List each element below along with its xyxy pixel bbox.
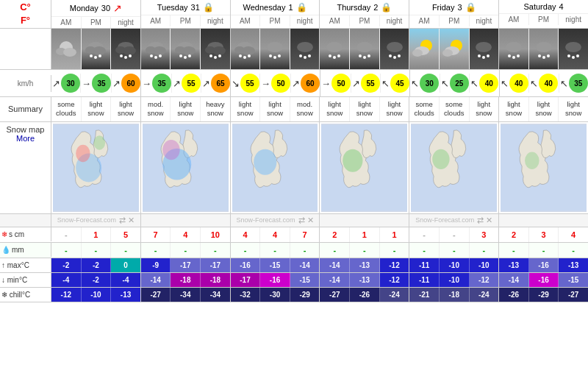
chill-temp-day-tuesday: -27 -34 -34 bbox=[141, 288, 231, 302]
max-temp-cell-wednesday-pm: -15 bbox=[260, 258, 290, 272]
wind-badge-monday-am: 30 bbox=[61, 74, 80, 93]
min-temp-day-wednesday: -17 -16 -15 bbox=[231, 273, 320, 287]
wind-arrow-16: ↖ bbox=[501, 78, 509, 89]
rain-mm-cell-thursday-am: - bbox=[320, 243, 350, 258]
rain-mm-day-friday: - - - bbox=[409, 243, 499, 258]
wind-cell-tuesday-night: ↗ 65 bbox=[201, 74, 230, 93]
weather-day-thursday bbox=[320, 29, 409, 69]
map-row: Snow map More bbox=[0, 122, 588, 214]
map-day-friday[interactable] bbox=[409, 122, 499, 213]
svg-point-66 bbox=[478, 54, 481, 57]
min-temp-row: ↓ min°C -4 -2 -4 -14 -18 -18 -17 -16 -15 bbox=[0, 273, 588, 288]
day-num-monday: 30 bbox=[101, 4, 110, 13]
max-temp-cell-thursday-night: -12 bbox=[380, 258, 409, 272]
period-am-wednesday: AM bbox=[231, 15, 261, 26]
min-temp-day-monday: -4 -2 -4 bbox=[51, 273, 141, 287]
map-day-saturday[interactable] bbox=[499, 122, 588, 213]
wind-arrow-8: → bbox=[261, 78, 270, 89]
period-night-tuesday: night bbox=[201, 15, 230, 26]
wind-badge-tuesday-night: 65 bbox=[211, 74, 230, 93]
chill-temp-cell-monday-am: -12 bbox=[51, 288, 82, 302]
svg-point-20 bbox=[159, 54, 162, 57]
period-am-thursday: AM bbox=[320, 15, 350, 26]
summary-sub-thursday: light snow light snow light snow bbox=[320, 97, 409, 121]
period-pm-tuesday: PM bbox=[171, 15, 201, 26]
max-temp-day-saturday: -13 -16 -13 bbox=[499, 258, 588, 272]
min-temp-sub-friday: -11 -10 -12 bbox=[409, 273, 498, 287]
min-temp-cell-saturday-pm: -16 bbox=[529, 273, 559, 287]
rain-mm-cell-friday-pm: - bbox=[440, 243, 470, 258]
weather-cell-friday-night bbox=[470, 29, 499, 69]
summary-cell-friday-am: some clouds bbox=[409, 97, 440, 121]
summary-cell-friday-pm: some clouds bbox=[440, 97, 470, 121]
min-temp-cell-friday-pm: -10 bbox=[440, 273, 470, 287]
rain-icon: 💧 bbox=[1, 246, 10, 254]
wind-arrow-11: ↗ bbox=[352, 78, 360, 89]
min-temp-sub-wednesday: -17 -16 -15 bbox=[231, 273, 320, 287]
min-temp-cell-monday-pm: -2 bbox=[82, 273, 112, 287]
weather-label bbox=[0, 29, 51, 69]
unit-toggle[interactable]: C° F° bbox=[0, 0, 51, 28]
period-night-wednesday: night bbox=[290, 15, 320, 26]
day-name-friday: Friday bbox=[432, 3, 455, 12]
svg-point-43 bbox=[297, 42, 313, 52]
rain-mm-cell-monday-night: - bbox=[111, 243, 140, 258]
rain-mm-cell-saturday-pm: - bbox=[529, 243, 559, 258]
wind-cell-friday-am: ↖ 30 bbox=[410, 74, 440, 93]
summary-cell-saturday-am: light snow bbox=[499, 97, 529, 121]
max-temp-sub-saturday: -13 -16 -13 bbox=[499, 258, 588, 272]
chill-temp-cell-wednesday-pm: -30 bbox=[260, 288, 290, 302]
rain-mm-sub-friday: - - - bbox=[409, 243, 498, 258]
day-num-thursday: 2 bbox=[373, 3, 378, 12]
svg-point-91 bbox=[343, 149, 363, 171]
wind-badge-tuesday-am: 35 bbox=[152, 74, 171, 93]
sub-cols-wednesday: AM PM night bbox=[231, 15, 320, 26]
wind-cell-tuesday-am: → 35 bbox=[141, 74, 172, 93]
snow-cm-cell-tuesday-pm: 4 bbox=[171, 227, 201, 242]
max-temp-row: ↑ max°C -2 -2 0 -9 -17 -17 -16 -15 -14 bbox=[0, 258, 588, 273]
wind-day-monday: ↗ 30 → 35 ↗ 60 bbox=[51, 70, 141, 96]
wind-badge-tuesday-pm: 55 bbox=[182, 74, 201, 93]
svg-point-35 bbox=[242, 46, 255, 55]
wind-row: km/h ↗ 30 → 35 ↗ 60 → bbox=[0, 70, 588, 97]
celsius-button[interactable]: C° bbox=[20, 1, 31, 14]
snow-cm-cell-friday-pm: - bbox=[440, 227, 470, 242]
map-day-thursday[interactable] bbox=[320, 122, 409, 213]
snow-cm-row: ❄ s cm - 1 5 7 4 10 4 4 7 bbox=[0, 227, 588, 243]
chill-temp-label: ❄ chill°C bbox=[0, 288, 51, 302]
svg-point-29 bbox=[212, 46, 226, 55]
watermark-cell-5: Snow-Forecast.com ⇄ ✕ bbox=[409, 214, 499, 227]
wind-badge-wednesday-night: 60 bbox=[301, 74, 320, 93]
map-more-link[interactable]: More bbox=[16, 134, 35, 143]
weather-cell-monday-pm bbox=[82, 29, 112, 69]
summary-sub-wednesday: light snow light snow mod. snow bbox=[231, 97, 320, 121]
chill-temp-sub-friday: -21 -18 -24 bbox=[409, 288, 498, 302]
chill-temp-cell-tuesday-am: -27 bbox=[141, 288, 171, 302]
min-temp-cell-tuesday-pm: -18 bbox=[171, 273, 201, 287]
weather-sub-wednesday bbox=[231, 29, 320, 69]
wind-badge-friday-am: 30 bbox=[420, 74, 439, 93]
max-temp-day-tuesday: -9 -17 -17 bbox=[141, 258, 231, 272]
svg-point-42 bbox=[278, 54, 281, 57]
watermark-cell-4 bbox=[320, 214, 409, 227]
day-col-monday: Monday 30 ↗ AM PM night bbox=[51, 0, 141, 28]
map-day-monday[interactable] bbox=[51, 122, 141, 213]
chill-temp-cell-thursday-am: -27 bbox=[320, 288, 350, 302]
max-temp-sub-monday: -2 -2 0 bbox=[51, 258, 140, 272]
summary-cell-tuesday-pm: light snow bbox=[171, 97, 201, 121]
map-day-wednesday[interactable] bbox=[231, 122, 320, 213]
fahrenheit-button[interactable]: F° bbox=[21, 14, 30, 27]
map-day-tuesday[interactable] bbox=[141, 122, 231, 213]
wind-cell-wednesday-night: ↗ 60 bbox=[291, 74, 320, 93]
max-temp-label: ↑ max°C bbox=[0, 258, 51, 272]
max-temp-day-thursday: -14 -13 -12 bbox=[320, 258, 409, 272]
summary-day-thursday: light snow light snow light snow bbox=[320, 97, 409, 121]
svg-point-7 bbox=[94, 56, 97, 59]
summary-cell-wednesday-am: light snow bbox=[231, 97, 261, 121]
wind-arrow-7: ↘ bbox=[232, 78, 240, 89]
wind-sub-thursday: → 50 ↗ 55 ↖ 45 bbox=[320, 70, 409, 96]
rain-mm-sub-wednesday: - - - bbox=[231, 243, 320, 258]
min-temp-cell-friday-night: -12 bbox=[470, 273, 499, 287]
svg-point-53 bbox=[363, 56, 366, 59]
wind-day-saturday: ↖ 40 ↖ 40 ↖ 35 bbox=[500, 70, 589, 96]
